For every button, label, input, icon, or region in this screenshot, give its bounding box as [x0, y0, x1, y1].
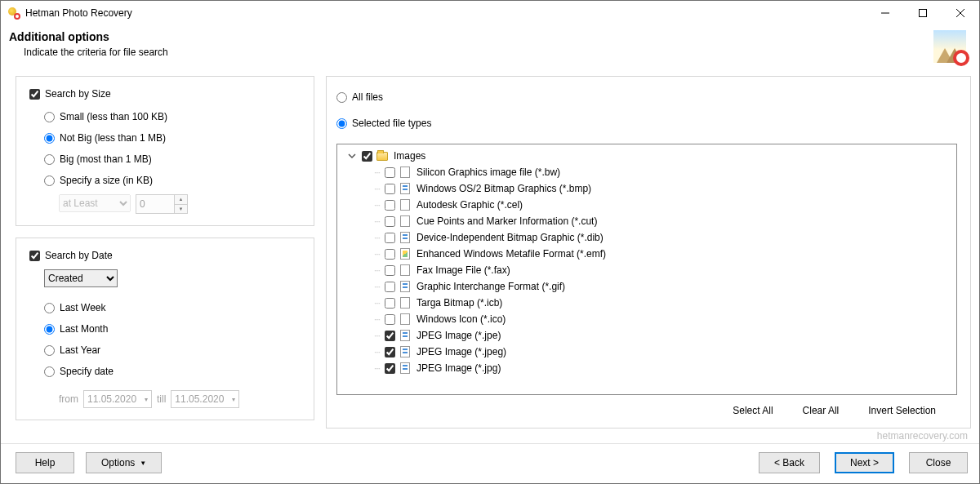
tree-item-label: Fax Image File (*.fax) — [416, 264, 510, 276]
clear-all-link[interactable]: Clear All — [803, 405, 840, 416]
file-icon — [399, 329, 412, 342]
svg-rect-1 — [920, 9, 927, 16]
help-button[interactable]: Help — [16, 452, 74, 473]
body: Search by Size Small (less than 100 KB) … — [1, 71, 979, 428]
window-controls — [866, 1, 979, 24]
next-button[interactable]: Next > — [835, 452, 894, 473]
date-lastweek-radio[interactable]: Last Week — [44, 299, 301, 317]
tree-root-images[interactable]: Images — [339, 148, 955, 164]
date-checkbox-label: Search by Date — [45, 250, 113, 261]
date-specify-radio[interactable]: Specify date — [44, 362, 301, 380]
close-button[interactable] — [942, 1, 979, 24]
size-specify-radio[interactable]: Specify a size (in KB) — [44, 171, 301, 189]
tree-item-checkbox[interactable] — [385, 314, 395, 325]
tree-item[interactable]: ····Device-Independent Bitmap Graphic (*… — [339, 229, 955, 246]
size-spinner[interactable]: ▲▼ — [174, 195, 187, 213]
filetype-panel: All files Selected file types Images····… — [326, 76, 971, 428]
tree-item-label: Windows OS/2 Bitmap Graphics (*.bmp) — [416, 183, 591, 194]
tree-item-checkbox[interactable] — [385, 233, 395, 243]
tree-item-checkbox[interactable] — [385, 167, 395, 178]
date-lastmonth-radio[interactable]: Last Month — [44, 320, 301, 338]
select-all-link[interactable]: Select All — [733, 405, 773, 416]
file-icon — [399, 280, 412, 293]
size-checkbox-label: Search by Size — [45, 88, 111, 100]
tree-root-checkbox[interactable] — [362, 151, 372, 162]
tree-item[interactable]: ····Targa Bitmap (*.icb) — [339, 295, 955, 311]
collapse-icon[interactable] — [347, 151, 357, 161]
file-icon — [399, 215, 412, 228]
minimize-button[interactable] — [866, 1, 904, 24]
date-till-input[interactable]: 11.05.2020▾ — [171, 390, 239, 408]
search-by-date-checkbox[interactable]: Search by Date — [29, 250, 301, 261]
size-notbig-radio[interactable]: Not Big (less than 1 MB) — [44, 129, 301, 147]
tree-item[interactable]: ····Autodesk Graphic (*.cel) — [339, 197, 955, 213]
tree-item-checkbox[interactable] — [385, 347, 395, 357]
options-button[interactable]: Options▼ — [86, 452, 162, 473]
tree-item[interactable]: ····Enhanced Windows Metafile Format (*.… — [339, 246, 955, 262]
tree-item[interactable]: ····Silicon Graphics image file (*.bw) — [339, 164, 955, 180]
page-header: Additional options Indicate the criteria… — [1, 25, 979, 71]
tree-item-checkbox[interactable] — [385, 265, 395, 276]
size-big-radio[interactable]: Big (most than 1 MB) — [44, 150, 301, 168]
tree-item-label: Targa Bitmap (*.icb) — [416, 297, 502, 309]
tree-item-label: JPEG Image (*.jpeg) — [416, 346, 506, 357]
date-range-controls: from 11.05.2020▾ till 11.05.2020▾ — [59, 390, 301, 408]
size-small-radio[interactable]: Small (less than 100 KB) — [44, 108, 301, 126]
date-from-input[interactable]: 11.05.2020▾ — [83, 390, 152, 408]
header-illustration — [933, 30, 966, 63]
tree-item-checkbox[interactable] — [385, 249, 395, 260]
tree-item[interactable]: ····Cue Points and Marker Information (*… — [339, 213, 955, 229]
scope-selected-radio[interactable]: Selected file types — [336, 114, 957, 132]
close-footer-button[interactable]: Close — [909, 452, 968, 473]
size-mode-select[interactable]: at Least — [59, 194, 131, 212]
chevron-down-icon: ▼ — [140, 460, 146, 467]
titlebar: Hetman Photo Recovery — [1, 1, 979, 25]
tree-item-checkbox[interactable] — [385, 363, 395, 374]
filetype-tree[interactable]: Images····Silicon Graphics image file (*… — [337, 144, 956, 394]
tree-item[interactable]: ····Graphic Interchange Format (*.gif) — [339, 278, 955, 295]
from-label: from — [59, 393, 78, 405]
tree-item-label: Autodesk Graphic (*.cel) — [416, 199, 523, 211]
maximize-button[interactable] — [904, 1, 942, 24]
tree-item[interactable]: ····Windows Icon (*.ico) — [339, 311, 955, 327]
size-value-input[interactable] — [136, 195, 174, 213]
brand-link[interactable]: hetmanrecovery.com — [1, 428, 979, 443]
left-column: Search by Size Small (less than 100 KB) … — [16, 76, 314, 428]
search-by-size-checkbox[interactable]: Search by Size — [29, 88, 301, 100]
app-icon — [7, 7, 20, 20]
page-title: Additional options — [9, 30, 168, 43]
tree-item-checkbox[interactable] — [385, 282, 395, 292]
footer: Help Options▼ < Back Next > Close — [1, 443, 979, 483]
tree-item-label: Graphic Interchange Format (*.gif) — [416, 281, 565, 292]
page-subtitle: Indicate the criteria for file search — [24, 47, 168, 58]
tree-item-checkbox[interactable] — [385, 200, 395, 211]
tree-item[interactable]: ····JPEG Image (*.jpe) — [339, 327, 955, 344]
back-button[interactable]: < Back — [759, 452, 820, 473]
selection-actions: Select All Clear All Invert Selection — [336, 395, 957, 420]
window-title: Hetman Photo Recovery — [25, 7, 132, 19]
file-icon — [399, 345, 412, 358]
tree-item-checkbox[interactable] — [385, 331, 395, 341]
tree-item-checkbox[interactable] — [385, 216, 395, 227]
file-icon — [399, 166, 412, 179]
file-icon — [399, 264, 412, 277]
invert-selection-link[interactable]: Invert Selection — [868, 405, 936, 416]
tree-item[interactable]: ····JPEG Image (*.jpeg) — [339, 344, 955, 360]
file-icon — [399, 231, 412, 244]
right-column: All files Selected file types Images····… — [326, 76, 971, 428]
till-label: till — [157, 393, 166, 405]
filetype-tree-container: Images····Silicon Graphics image file (*… — [336, 144, 957, 395]
size-specify-controls: at Least ▲▼ — [59, 194, 301, 214]
date-lastyear-radio[interactable]: Last Year — [44, 341, 301, 359]
date-criteria-select[interactable]: Created — [44, 269, 118, 287]
tree-item[interactable]: ····JPEG Image (*.jpg) — [339, 360, 955, 376]
app-window: Hetman Photo Recovery Additional options… — [0, 0, 980, 484]
tree-item-checkbox[interactable] — [385, 298, 395, 309]
tree-item[interactable]: ····Fax Image File (*.fax) — [339, 262, 955, 278]
tree-item-checkbox[interactable] — [385, 184, 395, 194]
scope-all-radio[interactable]: All files — [336, 88, 957, 106]
file-icon — [399, 247, 412, 260]
tree-item-label: JPEG Image (*.jpe) — [416, 330, 501, 341]
tree-item-label: Device-Independent Bitmap Graphic (*.dib… — [416, 232, 604, 243]
tree-item[interactable]: ····Windows OS/2 Bitmap Graphics (*.bmp) — [339, 180, 955, 197]
